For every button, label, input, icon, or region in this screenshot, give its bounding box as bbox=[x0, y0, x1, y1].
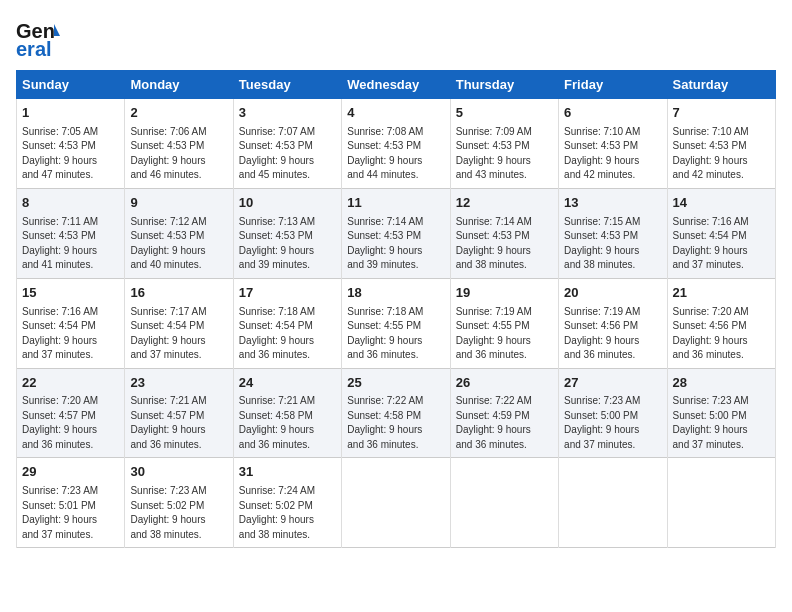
day-number: 1 bbox=[22, 104, 119, 123]
day-info: Sunrise: 7:09 AM Sunset: 4:53 PM Dayligh… bbox=[456, 125, 553, 183]
calendar-cell: 24Sunrise: 7:21 AM Sunset: 4:58 PM Dayli… bbox=[233, 368, 341, 458]
day-info: Sunrise: 7:13 AM Sunset: 4:53 PM Dayligh… bbox=[239, 215, 336, 273]
day-info: Sunrise: 7:23 AM Sunset: 5:02 PM Dayligh… bbox=[130, 484, 227, 542]
calendar-cell: 6Sunrise: 7:10 AM Sunset: 4:53 PM Daylig… bbox=[559, 99, 667, 189]
day-header-wednesday: Wednesday bbox=[342, 71, 450, 99]
day-number: 31 bbox=[239, 463, 336, 482]
day-number: 28 bbox=[673, 374, 770, 393]
day-number: 24 bbox=[239, 374, 336, 393]
day-info: Sunrise: 7:23 AM Sunset: 5:01 PM Dayligh… bbox=[22, 484, 119, 542]
calendar-cell: 18Sunrise: 7:18 AM Sunset: 4:55 PM Dayli… bbox=[342, 278, 450, 368]
calendar-cell: 27Sunrise: 7:23 AM Sunset: 5:00 PM Dayli… bbox=[559, 368, 667, 458]
day-number: 12 bbox=[456, 194, 553, 213]
calendar-cell: 11Sunrise: 7:14 AM Sunset: 4:53 PM Dayli… bbox=[342, 188, 450, 278]
day-info: Sunrise: 7:11 AM Sunset: 4:53 PM Dayligh… bbox=[22, 215, 119, 273]
day-info: Sunrise: 7:05 AM Sunset: 4:53 PM Dayligh… bbox=[22, 125, 119, 183]
day-header-sunday: Sunday bbox=[17, 71, 125, 99]
calendar-cell: 10Sunrise: 7:13 AM Sunset: 4:53 PM Dayli… bbox=[233, 188, 341, 278]
day-header-monday: Monday bbox=[125, 71, 233, 99]
week-row-2: 8Sunrise: 7:11 AM Sunset: 4:53 PM Daylig… bbox=[17, 188, 776, 278]
day-info: Sunrise: 7:18 AM Sunset: 4:55 PM Dayligh… bbox=[347, 305, 444, 363]
day-number: 30 bbox=[130, 463, 227, 482]
day-info: Sunrise: 7:14 AM Sunset: 4:53 PM Dayligh… bbox=[456, 215, 553, 273]
calendar-cell bbox=[450, 458, 558, 548]
day-number: 22 bbox=[22, 374, 119, 393]
calendar-cell: 17Sunrise: 7:18 AM Sunset: 4:54 PM Dayli… bbox=[233, 278, 341, 368]
calendar-cell: 30Sunrise: 7:23 AM Sunset: 5:02 PM Dayli… bbox=[125, 458, 233, 548]
day-number: 9 bbox=[130, 194, 227, 213]
day-number: 25 bbox=[347, 374, 444, 393]
day-number: 15 bbox=[22, 284, 119, 303]
calendar-cell: 5Sunrise: 7:09 AM Sunset: 4:53 PM Daylig… bbox=[450, 99, 558, 189]
day-info: Sunrise: 7:23 AM Sunset: 5:00 PM Dayligh… bbox=[673, 394, 770, 452]
day-number: 29 bbox=[22, 463, 119, 482]
day-info: Sunrise: 7:16 AM Sunset: 4:54 PM Dayligh… bbox=[22, 305, 119, 363]
day-number: 5 bbox=[456, 104, 553, 123]
day-info: Sunrise: 7:10 AM Sunset: 4:53 PM Dayligh… bbox=[564, 125, 661, 183]
day-number: 14 bbox=[673, 194, 770, 213]
day-info: Sunrise: 7:18 AM Sunset: 4:54 PM Dayligh… bbox=[239, 305, 336, 363]
day-number: 3 bbox=[239, 104, 336, 123]
day-info: Sunrise: 7:06 AM Sunset: 4:53 PM Dayligh… bbox=[130, 125, 227, 183]
day-info: Sunrise: 7:21 AM Sunset: 4:57 PM Dayligh… bbox=[130, 394, 227, 452]
day-number: 16 bbox=[130, 284, 227, 303]
day-number: 7 bbox=[673, 104, 770, 123]
day-info: Sunrise: 7:10 AM Sunset: 4:53 PM Dayligh… bbox=[673, 125, 770, 183]
day-number: 13 bbox=[564, 194, 661, 213]
calendar-cell: 23Sunrise: 7:21 AM Sunset: 4:57 PM Dayli… bbox=[125, 368, 233, 458]
day-info: Sunrise: 7:19 AM Sunset: 4:55 PM Dayligh… bbox=[456, 305, 553, 363]
day-info: Sunrise: 7:08 AM Sunset: 4:53 PM Dayligh… bbox=[347, 125, 444, 183]
day-number: 27 bbox=[564, 374, 661, 393]
calendar-table: SundayMondayTuesdayWednesdayThursdayFrid… bbox=[16, 70, 776, 548]
svg-text:eral: eral bbox=[16, 38, 52, 60]
calendar-cell: 7Sunrise: 7:10 AM Sunset: 4:53 PM Daylig… bbox=[667, 99, 775, 189]
day-header-thursday: Thursday bbox=[450, 71, 558, 99]
day-number: 2 bbox=[130, 104, 227, 123]
day-info: Sunrise: 7:15 AM Sunset: 4:53 PM Dayligh… bbox=[564, 215, 661, 273]
calendar-cell bbox=[667, 458, 775, 548]
day-info: Sunrise: 7:20 AM Sunset: 4:57 PM Dayligh… bbox=[22, 394, 119, 452]
calendar-cell: 14Sunrise: 7:16 AM Sunset: 4:54 PM Dayli… bbox=[667, 188, 775, 278]
calendar-cell: 16Sunrise: 7:17 AM Sunset: 4:54 PM Dayli… bbox=[125, 278, 233, 368]
day-info: Sunrise: 7:21 AM Sunset: 4:58 PM Dayligh… bbox=[239, 394, 336, 452]
day-number: 6 bbox=[564, 104, 661, 123]
day-number: 19 bbox=[456, 284, 553, 303]
day-number: 26 bbox=[456, 374, 553, 393]
day-info: Sunrise: 7:19 AM Sunset: 4:56 PM Dayligh… bbox=[564, 305, 661, 363]
day-number: 23 bbox=[130, 374, 227, 393]
day-info: Sunrise: 7:20 AM Sunset: 4:56 PM Dayligh… bbox=[673, 305, 770, 363]
calendar-cell: 21Sunrise: 7:20 AM Sunset: 4:56 PM Dayli… bbox=[667, 278, 775, 368]
calendar-cell: 22Sunrise: 7:20 AM Sunset: 4:57 PM Dayli… bbox=[17, 368, 125, 458]
calendar-cell: 15Sunrise: 7:16 AM Sunset: 4:54 PM Dayli… bbox=[17, 278, 125, 368]
day-number: 8 bbox=[22, 194, 119, 213]
calendar-cell: 28Sunrise: 7:23 AM Sunset: 5:00 PM Dayli… bbox=[667, 368, 775, 458]
week-row-5: 29Sunrise: 7:23 AM Sunset: 5:01 PM Dayli… bbox=[17, 458, 776, 548]
calendar-cell: 12Sunrise: 7:14 AM Sunset: 4:53 PM Dayli… bbox=[450, 188, 558, 278]
day-header-friday: Friday bbox=[559, 71, 667, 99]
day-number: 18 bbox=[347, 284, 444, 303]
days-of-week-row: SundayMondayTuesdayWednesdayThursdayFrid… bbox=[17, 71, 776, 99]
day-number: 21 bbox=[673, 284, 770, 303]
day-info: Sunrise: 7:22 AM Sunset: 4:58 PM Dayligh… bbox=[347, 394, 444, 452]
calendar-cell: 19Sunrise: 7:19 AM Sunset: 4:55 PM Dayli… bbox=[450, 278, 558, 368]
day-number: 4 bbox=[347, 104, 444, 123]
logo: Gen eral bbox=[16, 16, 64, 60]
calendar-cell: 4Sunrise: 7:08 AM Sunset: 4:53 PM Daylig… bbox=[342, 99, 450, 189]
calendar-cell: 25Sunrise: 7:22 AM Sunset: 4:58 PM Dayli… bbox=[342, 368, 450, 458]
day-header-tuesday: Tuesday bbox=[233, 71, 341, 99]
day-info: Sunrise: 7:22 AM Sunset: 4:59 PM Dayligh… bbox=[456, 394, 553, 452]
day-header-saturday: Saturday bbox=[667, 71, 775, 99]
calendar-cell: 1Sunrise: 7:05 AM Sunset: 4:53 PM Daylig… bbox=[17, 99, 125, 189]
day-info: Sunrise: 7:17 AM Sunset: 4:54 PM Dayligh… bbox=[130, 305, 227, 363]
day-number: 11 bbox=[347, 194, 444, 213]
day-info: Sunrise: 7:23 AM Sunset: 5:00 PM Dayligh… bbox=[564, 394, 661, 452]
day-info: Sunrise: 7:07 AM Sunset: 4:53 PM Dayligh… bbox=[239, 125, 336, 183]
day-number: 17 bbox=[239, 284, 336, 303]
calendar-cell: 13Sunrise: 7:15 AM Sunset: 4:53 PM Dayli… bbox=[559, 188, 667, 278]
day-info: Sunrise: 7:14 AM Sunset: 4:53 PM Dayligh… bbox=[347, 215, 444, 273]
calendar-cell bbox=[559, 458, 667, 548]
calendar-cell: 31Sunrise: 7:24 AM Sunset: 5:02 PM Dayli… bbox=[233, 458, 341, 548]
calendar-cell: 2Sunrise: 7:06 AM Sunset: 4:53 PM Daylig… bbox=[125, 99, 233, 189]
day-number: 10 bbox=[239, 194, 336, 213]
calendar-cell: 3Sunrise: 7:07 AM Sunset: 4:53 PM Daylig… bbox=[233, 99, 341, 189]
